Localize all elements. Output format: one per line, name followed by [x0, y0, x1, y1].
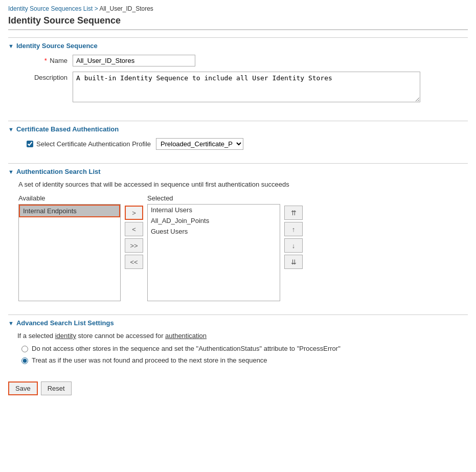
section-auth-body: A set of identity sources that will be a… — [8, 178, 468, 306]
available-item-internal-endpoints[interactable]: Internal Endpoints — [19, 205, 120, 217]
move-down-button[interactable]: ↓ — [284, 238, 303, 253]
action-buttons: Save Reset — [8, 381, 468, 395]
move-up-button[interactable]: ↑ — [284, 222, 303, 236]
section-advanced-body: If a selected identity store cannot be a… — [8, 330, 468, 373]
section-auth-title: Authentication Search List — [16, 168, 101, 175]
collapse-triangle-identity: ▼ — [8, 43, 14, 49]
section-advanced-title: Advanced Search List Settings — [16, 319, 114, 327]
description-row: Description A built-in Identity Sequence… — [16, 72, 460, 102]
radio-not-found-label: Treat as if the user was not found and p… — [32, 356, 267, 364]
section-identity-title: Identity Source Sequence — [16, 42, 98, 50]
cert-auth-checkbox[interactable] — [27, 141, 33, 147]
section-certificate-auth: ▼ Certificate Based Authentication Selec… — [8, 121, 468, 155]
name-row: * Name — [16, 55, 460, 66]
collapse-triangle-auth: ▼ — [8, 169, 14, 175]
identity-underline: identity — [55, 332, 76, 340]
move-all-right-button[interactable]: >> — [125, 238, 143, 253]
name-label: * Name — [16, 55, 73, 64]
selected-item-guest-users[interactable]: Guest Users — [148, 226, 280, 237]
cert-auth-label: Select Certificate Authentication Profil… — [36, 140, 151, 148]
cert-profile-select[interactable]: Preloaded_Certificate_P — [156, 138, 243, 150]
name-input[interactable] — [73, 55, 195, 66]
save-button[interactable]: Save — [8, 381, 38, 395]
section-identity-header[interactable]: ▼ Identity Source Sequence — [8, 38, 468, 53]
required-star: * — [44, 57, 47, 64]
order-buttons: ⇈ ↑ ↓ ⇊ — [284, 206, 303, 269]
breadcrumb-link[interactable]: Identity Source Sequences List — [8, 5, 93, 12]
move-all-left-button[interactable]: << — [125, 255, 143, 269]
section-cert-header[interactable]: ▼ Certificate Based Authentication — [8, 121, 468, 136]
transfer-buttons: > < >> << — [125, 206, 143, 269]
reset-button[interactable]: Reset — [41, 381, 72, 395]
page-title: Identity Source Sequence — [8, 15, 468, 30]
breadcrumb: Identity Source Sequences List > All_Use… — [8, 5, 468, 12]
section-identity-body: * Name Description A built-in Identity S… — [8, 53, 468, 113]
section-cert-title: Certificate Based Authentication — [16, 125, 119, 133]
radio-row-2: Treat as if the user was not found and p… — [21, 356, 460, 364]
selected-label: Selected — [147, 194, 280, 202]
cert-profile-row: Select Certificate Authentication Profil… — [27, 138, 460, 150]
move-top-button[interactable]: ⇈ — [284, 206, 303, 220]
selected-list-box[interactable]: Internal Users All_AD_Join_Points Guest … — [147, 204, 280, 301]
breadcrumb-current: All_User_ID_Stores — [99, 5, 153, 12]
section-advanced-header[interactable]: ▼ Advanced Search List Settings — [8, 315, 468, 330]
radio-row-1: Do not access other stores in the sequen… — [21, 345, 460, 352]
section-auth-header[interactable]: ▼ Authentication Search List — [8, 164, 468, 178]
move-right-button[interactable]: > — [125, 206, 143, 220]
move-left-button[interactable]: < — [125, 222, 143, 236]
section-cert-body: Select Certificate Authentication Profil… — [8, 136, 468, 155]
description-textarea[interactable]: A built-in Identity Sequence to include … — [73, 72, 420, 102]
auth-search-description: A set of identity sources that will be a… — [18, 181, 460, 188]
auth-underline: authentication — [165, 332, 207, 340]
section-identity-source-sequence: ▼ Identity Source Sequence * Name Descri… — [8, 37, 468, 113]
radio-not-found[interactable] — [21, 357, 28, 364]
selected-list-wrapper: Selected Internal Users All_AD_Join_Poin… — [147, 194, 280, 301]
selected-item-ad-join-points[interactable]: All_AD_Join_Points — [148, 215, 280, 226]
section-advanced-search: ▼ Advanced Search List Settings If a sel… — [8, 314, 468, 373]
radio-process-error-label: Do not access other stores in the sequen… — [32, 345, 341, 352]
available-list-box[interactable]: Internal Endpoints — [18, 204, 121, 301]
description-label: Description — [16, 72, 73, 81]
advanced-description: If a selected identity store cannot be a… — [17, 332, 460, 340]
selected-item-internal-users[interactable]: Internal Users — [148, 205, 280, 215]
radio-process-error[interactable] — [21, 346, 28, 352]
section-auth-search-list: ▼ Authentication Search List A set of id… — [8, 163, 468, 306]
available-label: Available — [18, 194, 121, 202]
move-bottom-button[interactable]: ⇊ — [284, 255, 303, 269]
collapse-triangle-cert: ▼ — [8, 126, 14, 132]
available-list-wrapper: Available Internal Endpoints — [18, 194, 121, 301]
list-transfer-container: Available Internal Endpoints > < >> << S… — [18, 194, 460, 301]
collapse-triangle-advanced: ▼ — [8, 320, 14, 326]
